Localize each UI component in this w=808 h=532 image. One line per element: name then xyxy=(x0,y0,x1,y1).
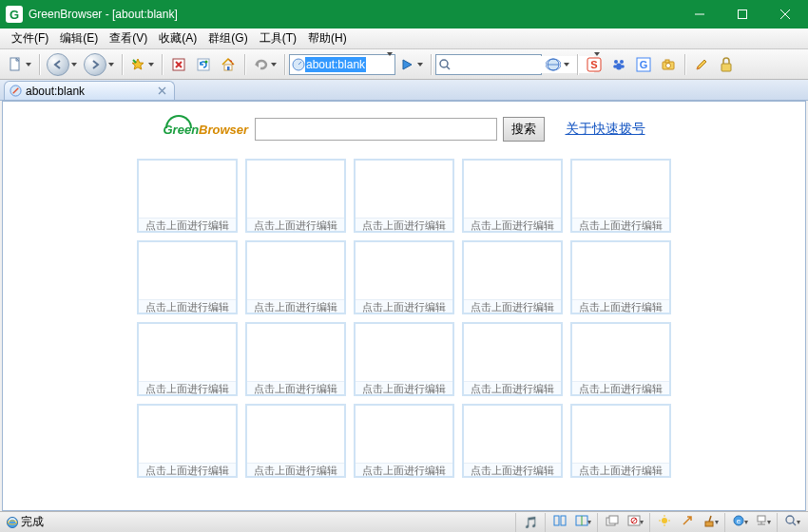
search-icon xyxy=(438,58,452,71)
menu-help[interactable]: 帮助(H) xyxy=(302,28,353,48)
speed-dial-cell[interactable]: 点击上面进行编辑 xyxy=(137,404,238,478)
greenbrowser-logo: GreenBrowser xyxy=(164,118,249,141)
favorites-button[interactable] xyxy=(126,52,158,77)
speed-dial-thumb xyxy=(464,324,561,381)
address-bar[interactable]: about:blank xyxy=(289,54,395,75)
chevron-down-icon xyxy=(25,63,32,66)
speed-dial-caption: 点击上面进行编辑 xyxy=(247,463,344,476)
chevron-down-icon[interactable] xyxy=(387,56,393,73)
tab-close-button[interactable] xyxy=(155,85,168,98)
maximize-button[interactable] xyxy=(721,1,763,28)
menu-view[interactable]: 查看(V) xyxy=(104,28,153,48)
status-cleanup-button[interactable]: ▾ xyxy=(700,514,721,531)
speed-dial-caption: 点击上面进行编辑 xyxy=(356,299,452,313)
speed-dial-cell[interactable]: 点击上面进行编辑 xyxy=(137,159,238,233)
svg-line-48 xyxy=(793,522,796,525)
speed-dial-caption: 点击上面进行编辑 xyxy=(139,463,236,476)
speed-dial-cell[interactable]: 点击上面进行编辑 xyxy=(354,404,454,478)
stop-button[interactable] xyxy=(166,52,191,77)
speed-dial-cell[interactable]: 点击上面进行编辑 xyxy=(462,159,563,233)
search-engine-button[interactable] xyxy=(542,52,573,77)
speed-dial-thumb xyxy=(247,161,344,218)
status-cascade-button[interactable] xyxy=(602,514,623,531)
edit-button[interactable] xyxy=(689,52,714,77)
s-icon: S xyxy=(586,56,603,73)
speed-dial-caption: 点击上面进行编辑 xyxy=(464,463,561,476)
speed-dial-caption: 点击上面进行编辑 xyxy=(572,218,669,231)
status-bar: 完成 🎵 ▾ ▾ ▾ e▾ ▾ ▾ xyxy=(0,511,808,532)
speed-dial-cell[interactable]: 点击上面进行编辑 xyxy=(462,240,563,314)
ext-button-4[interactable] xyxy=(656,52,681,77)
svg-text:S: S xyxy=(590,59,597,70)
menu-edit[interactable]: 编辑(E) xyxy=(54,28,104,48)
speed-dial-cell[interactable]: 点击上面进行编辑 xyxy=(245,159,346,233)
broom-icon xyxy=(702,514,716,530)
status-arrow-button[interactable] xyxy=(677,514,698,531)
svg-point-16 xyxy=(616,63,622,69)
speed-dial-cell[interactable]: 点击上面进行编辑 xyxy=(354,322,454,396)
speed-dial-cell[interactable]: 点击上面进行编辑 xyxy=(354,159,454,233)
main-search-button[interactable]: 搜索 xyxy=(503,117,545,142)
ext-button-1[interactable]: S xyxy=(582,52,606,77)
speed-dial-cell[interactable]: 点击上面进行编辑 xyxy=(245,404,346,478)
go-button[interactable] xyxy=(395,52,427,77)
speed-dial-thumb xyxy=(356,242,452,299)
tab-about-blank[interactable]: about:blank xyxy=(4,81,175,100)
speed-dial-thumb xyxy=(356,406,452,463)
status-net-button[interactable]: ▾ xyxy=(752,514,773,531)
undo-button[interactable] xyxy=(249,52,280,77)
svg-rect-26 xyxy=(554,516,559,525)
status-splitv2-button[interactable]: ▾ xyxy=(572,514,593,531)
forward-button[interactable] xyxy=(81,52,118,77)
ext-button-2[interactable] xyxy=(606,52,631,77)
status-text: 完成 xyxy=(21,514,44,530)
undo-icon xyxy=(252,56,269,73)
menu-file[interactable]: 文件(F) xyxy=(6,28,54,48)
speed-dial-cell[interactable]: 点击上面进行编辑 xyxy=(354,240,454,314)
home-button[interactable] xyxy=(216,52,240,77)
main-search-input[interactable] xyxy=(255,118,497,141)
svg-rect-0 xyxy=(738,10,746,19)
refresh-button[interactable] xyxy=(191,52,216,77)
close-button[interactable] xyxy=(763,1,806,28)
document-icon xyxy=(7,56,24,73)
menu-tools[interactable]: 工具(T) xyxy=(254,28,302,48)
speed-dial-cell[interactable]: 点击上面进行编辑 xyxy=(245,322,346,396)
speed-dial-caption: 点击上面进行编辑 xyxy=(356,218,452,231)
speed-dial-cell[interactable]: 点击上面进行编辑 xyxy=(570,240,671,314)
speed-dial-caption: 点击上面进行编辑 xyxy=(247,299,344,313)
speed-dial-cell[interactable]: 点击上面进行编辑 xyxy=(570,322,671,396)
back-button[interactable] xyxy=(44,52,81,77)
address-value[interactable]: about:blank xyxy=(305,57,366,72)
ie-icon xyxy=(6,516,19,529)
speed-dial-cell[interactable]: 点击上面进行编辑 xyxy=(137,322,238,396)
speed-dial-cell[interactable]: 点击上面进行编辑 xyxy=(137,240,238,314)
status-ie-button[interactable]: e▾ xyxy=(729,514,750,531)
status-media-button[interactable]: 🎵 xyxy=(520,514,541,531)
speed-dial-cell[interactable]: 点击上面进行编辑 xyxy=(245,240,346,314)
ext-button-3[interactable]: G xyxy=(631,52,656,77)
svg-rect-44 xyxy=(758,516,765,522)
speed-dial-caption: 点击上面进行编辑 xyxy=(464,218,561,231)
menu-favorites[interactable]: 收藏(A) xyxy=(153,28,202,48)
speed-dial-thumb xyxy=(247,242,344,299)
speed-dial-caption: 点击上面进行编辑 xyxy=(247,218,344,231)
about-speed-dial-link[interactable]: 关于快速拨号 xyxy=(566,121,645,138)
new-tab-button[interactable] xyxy=(4,52,35,77)
status-sun-button[interactable] xyxy=(654,514,675,531)
speed-dial-cell[interactable]: 点击上面进行编辑 xyxy=(462,322,563,396)
speed-dial-cell[interactable]: 点击上面进行编辑 xyxy=(570,159,671,233)
toolbar: about:blank S G xyxy=(0,49,808,80)
lock-button[interactable] xyxy=(714,52,739,77)
minimize-button[interactable] xyxy=(678,1,721,28)
status-zoom-button[interactable]: ▾ xyxy=(781,514,802,531)
speed-dial-cell[interactable]: 点击上面进行编辑 xyxy=(570,404,671,478)
sun-icon xyxy=(658,514,671,530)
svg-rect-21 xyxy=(665,60,669,63)
search-bar[interactable] xyxy=(435,54,542,75)
status-block-button[interactable]: ▾ xyxy=(625,514,645,531)
speed-dial-cell[interactable]: 点击上面进行编辑 xyxy=(462,404,563,478)
viewport: GreenBrowser 搜索 关于快速拨号 点击上面进行编辑点击上面进行编辑点… xyxy=(2,101,806,511)
menu-groups[interactable]: 群组(G) xyxy=(202,28,253,48)
status-splitv-button[interactable] xyxy=(549,514,570,531)
